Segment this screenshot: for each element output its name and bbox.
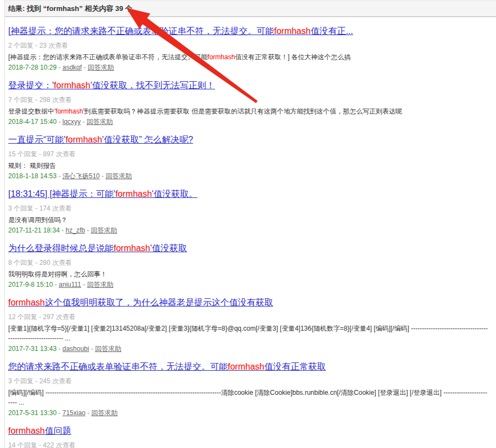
- title-text: '值没获取。: [152, 189, 198, 199]
- result-title-link[interactable]: 一直提示“可能'formhash'值没获取” 怎么解决呢?: [8, 135, 193, 144]
- result-date: 2017-5-31 13:30: [8, 409, 57, 417]
- result-forum-link[interactable]: 回答求助: [105, 172, 132, 180]
- result-stats: 3 个回复 - 174 次查看: [8, 204, 489, 213]
- result-date: 2017-9-8 15:10: [8, 281, 53, 288]
- result-date: 2017-7-31 13:43: [8, 345, 57, 353]
- title-keyword-highlight: formhash: [8, 426, 45, 435]
- result-title-link[interactable]: [神器提示：您的请求来路不正确或表单验证串不符，无法提交。可能formhash值…: [8, 26, 353, 36]
- result-stats: 15 个回复 - 897 次查看: [8, 150, 489, 159]
- result-snippet: 是没有调用到值吗？: [8, 215, 489, 225]
- search-result-item: 登录提交：'formhash'值没获取，找不到无法写正则！ 7 个回复 - 29…: [8, 80, 489, 127]
- meta-separator: -: [57, 345, 63, 353]
- meta-separator: -: [86, 409, 92, 417]
- title-text: 登录提交：': [8, 81, 54, 90]
- search-result-item: 一直提示“可能'formhash'值没获取” 怎么解决呢? 15 个回复 - 8…: [8, 134, 489, 181]
- result-author-link[interactable]: aniu111: [59, 281, 81, 288]
- results-count-text: 结果: 找到 “formhash” 相关内容 39 个: [8, 4, 132, 13]
- result-author-link[interactable]: hz_zfb: [66, 226, 85, 234]
- result-title-link[interactable]: 登录提交：'formhash'值没获取，找不到无法写正则！: [8, 81, 215, 90]
- result-title-link[interactable]: formhash值问题: [8, 426, 71, 435]
- result-date: 2017-11-21 18:34: [8, 226, 60, 234]
- meta-separator: -: [60, 226, 66, 234]
- result-snippet: 登录提交数据中'formhash'到底需要获取吗？神器提示需要获取 但是需要获取…: [8, 106, 489, 116]
- result-stats: 3 个回复 - 245 次查看: [8, 377, 489, 386]
- result-author-link[interactable]: dashoubi: [63, 345, 89, 353]
- result-title: 一直提示“可能'formhash'值没获取” 怎么解决呢?: [8, 134, 489, 145]
- title-text: '值没获取” 怎么解决呢?: [102, 135, 193, 144]
- result-meta: 2018-7-28 10:29 - asdkqf - 回答求助: [8, 63, 489, 72]
- meta-separator: -: [82, 64, 88, 71]
- result-meta: 2018-1-18 14:53 - 清心飞扬510 - 回答求助: [8, 172, 489, 181]
- result-forum-link[interactable]: 回答求助: [87, 118, 113, 126]
- title-text: '值没获取，找不到无法写正则！: [91, 81, 215, 90]
- snippet-keyword-highlight: formhash: [207, 53, 235, 61]
- result-title: formhash这个值我明明获取了，为什么神器老是提示这个值没有获取: [8, 297, 489, 308]
- result-date: 2018-1-18 14:53: [8, 172, 57, 180]
- title-keyword-highlight: formhash: [8, 298, 45, 307]
- result-meta: 2017-11-21 18:34 - hz_zfb - 回答求助: [8, 226, 489, 235]
- result-forum-link[interactable]: 回答求助: [88, 64, 114, 71]
- search-result-item: 您的请求来路不正确或表单验证串不符，无法提交。可能formhash值没有正常获取…: [8, 361, 489, 418]
- result-author-link[interactable]: 清心飞扬510: [63, 172, 100, 180]
- result-meta: 2017-9-8 15:10 - aniu111 - 回答求助: [8, 280, 489, 290]
- meta-separator: -: [53, 281, 59, 288]
- result-title: [神器提示：您的请求来路不正确或表单验证串不符，无法提交。可能formhash值…: [8, 26, 489, 37]
- search-result-item: [神器提示：您的请求来路不正确或表单验证串不符，无法提交。可能formhash值…: [8, 26, 489, 72]
- result-date: 2018-4-17 15:40: [8, 118, 57, 126]
- result-title-link[interactable]: [18:31:45] [神器提示：可能'formhash'值没获取。: [8, 189, 198, 199]
- result-forum-link[interactable]: 回答求助: [91, 226, 117, 234]
- title-keyword-highlight: formhash: [65, 135, 102, 144]
- meta-separator: -: [57, 409, 63, 417]
- result-stats: 7 个回复 - 298 次查看: [8, 95, 489, 105]
- result-forum-link[interactable]: 回答求助: [95, 345, 121, 353]
- snippet-text: 值没有正常获取！] 各位大神这个怎么搞: [235, 53, 351, 61]
- result-forum-link[interactable]: 回答求助: [87, 281, 114, 288]
- title-text: '值没获取: [150, 243, 187, 253]
- result-title-link[interactable]: 为什么登录得时候总是说能formhash'值没获取: [8, 243, 187, 253]
- title-text: 一直提示“可能': [8, 135, 65, 144]
- result-snippet: [编码][/编码] ------------------------------…: [8, 388, 489, 407]
- title-keyword-highlight: formhash: [114, 243, 150, 253]
- result-title: formhash值问题: [8, 426, 489, 436]
- search-results-page: 结果: 找到 “formhash” 相关内容 39 个 [神器提示：您的请求来路…: [4, 0, 496, 448]
- meta-separator: -: [100, 172, 106, 180]
- title-keyword-highlight: formhash: [228, 362, 264, 371]
- snippet-text: '到底需要获取吗？神器提示需要获取 但是需要获取的话就只有这两个地方能找到这个值…: [83, 107, 402, 115]
- results-list: [神器提示：您的请求来路不正确或表单验证串不符，无法提交。可能formhash值…: [5, 17, 496, 448]
- meta-separator: -: [85, 226, 91, 234]
- snippet-keyword-highlight: formhash: [55, 107, 83, 115]
- result-meta: 2018-4-17 15:40 - lqcxyy - 回答求助: [8, 117, 489, 127]
- meta-separator: -: [57, 172, 63, 180]
- meta-separator: -: [81, 118, 87, 126]
- meta-separator: -: [57, 118, 63, 126]
- result-forum-link[interactable]: 回答求助: [91, 409, 117, 417]
- results-header-bar: 结果: 找到 “formhash” 相关内容 39 个: [5, 0, 496, 17]
- meta-separator: -: [57, 64, 63, 71]
- result-meta: 2017-5-31 13:30 - 715xiao - 回答求助: [8, 409, 489, 418]
- result-title: [18:31:45] [神器提示：可能'formhash'值没获取。: [8, 189, 489, 200]
- snippet-text: [神器提示：您的请求来路不正确或表单验证串不符，无法提交。可能: [8, 53, 207, 61]
- result-snippet: 规则： 规则报告: [8, 161, 489, 171]
- result-author-link[interactable]: asdkqf: [63, 64, 82, 71]
- search-result-item: formhash这个值我明明获取了，为什么神器老是提示这个值没有获取 12 个回…: [8, 297, 489, 354]
- title-keyword-highlight: formhash: [274, 26, 311, 36]
- result-stats: 14 个回复 - 422 次查看: [8, 441, 489, 448]
- snippet-text: 是没有调用到值吗？: [8, 216, 67, 224]
- result-stats: 2 个回复 - 23 次查看: [8, 41, 489, 50]
- result-title: 您的请求来路不正确或表单验证串不符，无法提交。可能formhash值没有正常获取: [8, 361, 489, 372]
- snippet-text: 规则： 规则报告: [8, 162, 56, 169]
- result-author-link[interactable]: 715xiao: [63, 409, 86, 417]
- result-meta: 2017-7-31 13:43 - dashoubi - 回答求助: [8, 344, 489, 354]
- title-text: [18:31:45] [神器提示：可能': [8, 189, 115, 199]
- result-title-link[interactable]: 您的请求来路不正确或表单验证串不符，无法提交。可能formhash值没有正常获取: [8, 362, 326, 371]
- result-stats: 12 个回复 - 297 次查看: [8, 313, 489, 322]
- result-title-link[interactable]: formhash这个值我明明获取了，为什么神器老是提示这个值没有获取: [8, 298, 273, 307]
- result-author-link[interactable]: lqcxyy: [63, 118, 81, 126]
- title-text: 为什么登录得时候总是说能: [8, 243, 114, 253]
- search-result-item: formhash值问题 14 个回复 - 422 次查看: [8, 426, 489, 448]
- snippet-text: 我明明取得是对得啊，怎么回事！: [8, 270, 107, 278]
- title-text: 值没有正...: [311, 26, 353, 36]
- result-snippet: [变量1]{随机字母=5}[/变量1] [变量2]13145208a[/变量2]…: [8, 324, 489, 343]
- result-stats: 8 个回复 - 280 次查看: [8, 258, 489, 268]
- search-result-item: 为什么登录得时候总是说能formhash'值没获取 8 个回复 - 280 次查…: [8, 243, 489, 290]
